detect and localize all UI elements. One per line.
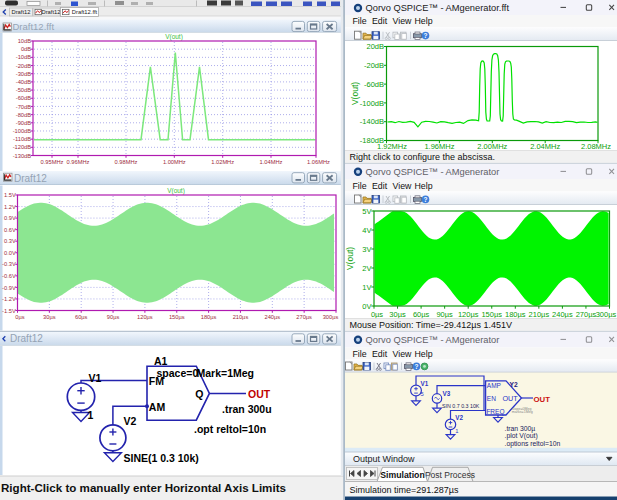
svg-text:Edit: Edit	[372, 16, 388, 26]
svg-text:150µs: 150µs	[169, 314, 185, 320]
svg-text:Edit: Edit	[372, 349, 388, 359]
svg-text:File: File	[353, 349, 367, 359]
svg-text:1.5V: 1.5V	[4, 192, 16, 198]
svg-text:View: View	[393, 181, 413, 191]
svg-text:V2: V2	[124, 415, 137, 427]
svg-text:-70dB: -70dB	[16, 104, 31, 110]
svg-text:-60dB: -60dB	[364, 80, 384, 89]
svg-text:OUT: OUT	[534, 395, 551, 404]
svg-text:20dB: 20dB	[366, 42, 384, 51]
svg-text:-140dB: -140dB	[360, 117, 384, 126]
svg-text:Right click to configure the a: Right click to configure the abscissa.	[350, 152, 496, 162]
svg-text:270µs: 270µs	[296, 314, 312, 320]
svg-text:View: View	[393, 16, 413, 26]
svg-text:Draft12: Draft12	[11, 9, 30, 15]
svg-text:-50dB: -50dB	[16, 87, 31, 93]
svg-text:10dB: 10dB	[18, 38, 31, 44]
svg-text:V3: V3	[443, 390, 451, 397]
svg-text:4V: 4V	[362, 226, 371, 235]
svg-text:Draft12: Draft12	[41, 9, 60, 15]
svg-text:-1.2V: -1.2V	[2, 296, 16, 302]
svg-text:-30dB: -30dB	[16, 71, 31, 77]
svg-text:-10dB: -10dB	[16, 54, 31, 60]
svg-text:Qorvo QSPICE™ - AMgenerator: Qorvo QSPICE™ - AMgenerator	[366, 167, 500, 177]
svg-text:-110dB: -110dB	[13, 136, 31, 142]
svg-text:5V: 5V	[362, 207, 371, 216]
svg-text:-120dB: -120dB	[13, 144, 32, 150]
svg-text:V(out): V(out)	[167, 187, 185, 195]
svg-text:0.95MHz: 0.95MHz	[41, 159, 64, 165]
svg-text:180µs: 180µs	[201, 314, 217, 320]
svg-text:0.6V: 0.6V	[4, 227, 16, 233]
svg-text:60µs: 60µs	[75, 314, 88, 320]
svg-text:0.98MHz: 0.98MHz	[115, 159, 138, 165]
svg-text:240µs: 240µs	[552, 310, 573, 319]
svg-text:Draft12: Draft12	[14, 173, 47, 184]
svg-text:1.00MHz: 1.00MHz	[163, 159, 186, 165]
svg-text:30µs: 30µs	[389, 310, 406, 319]
svg-text:Help: Help	[415, 349, 433, 359]
svg-text:.tran 300u: .tran 300u	[222, 403, 272, 415]
svg-text:.opt reltol=10n: .opt reltol=10n	[194, 423, 266, 435]
svg-text:0.9V: 0.9V	[4, 215, 16, 221]
svg-text:1: 1	[455, 428, 458, 434]
svg-text:?: ?	[424, 32, 428, 39]
svg-text:1: 1	[88, 409, 94, 421]
svg-text:View: View	[393, 349, 413, 359]
svg-text:60µs: 60µs	[413, 310, 430, 319]
svg-text:V1: V1	[89, 372, 102, 384]
svg-text:File: File	[353, 181, 367, 191]
svg-text:30µs: 30µs	[43, 314, 56, 320]
svg-text:0.96MHz: 0.96MHz	[67, 159, 90, 165]
svg-text:-0.3V: -0.3V	[2, 261, 16, 267]
svg-text:Post Process: Post Process	[425, 470, 475, 480]
svg-text:-130dB: -130dB	[13, 153, 32, 159]
svg-text:OUT: OUT	[248, 388, 271, 400]
svg-text:1.04MHz: 1.04MHz	[260, 159, 283, 165]
svg-text:-80dB: -80dB	[16, 112, 31, 118]
svg-text:2.08MHz: 2.08MHz	[581, 142, 611, 151]
svg-text:1V: 1V	[362, 283, 371, 292]
svg-text:300µs: 300µs	[323, 314, 339, 320]
svg-text:FREQ: FREQ	[486, 408, 504, 416]
svg-text:-20dB: -20dB	[364, 61, 384, 70]
svg-text:150µs: 150µs	[481, 310, 502, 319]
svg-text:SINE(1 0.3 10k): SINE(1 0.3 10k)	[124, 452, 199, 464]
svg-text:0µs: 0µs	[371, 310, 383, 319]
svg-text:?: ?	[424, 196, 428, 203]
svg-text:1.96MHz: 1.96MHz	[424, 142, 454, 151]
svg-text:300µs: 300µs	[596, 310, 617, 319]
svg-text:Qorvo QSPICE™ - AMgenerator.ff: Qorvo QSPICE™ - AMgenerator.fft	[366, 3, 510, 13]
svg-text:Help: Help	[415, 16, 433, 26]
svg-text:AMP: AMP	[487, 382, 501, 389]
svg-text:2.04MHz: 2.04MHz	[530, 142, 560, 151]
svg-text:120µs: 120µs	[137, 314, 153, 320]
svg-text:.options reltol=10n: .options reltol=10n	[505, 440, 561, 448]
svg-text:-100dB: -100dB	[13, 128, 32, 134]
svg-text:Mouse Position: Time=-29.412µs: Mouse Position: Time=-29.412µs 1.451V	[350, 320, 513, 330]
svg-text:180µs: 180µs	[505, 310, 526, 319]
svg-text:210µs: 210µs	[529, 310, 550, 319]
svg-text:1.2V: 1.2V	[4, 204, 16, 210]
svg-text:Right-Click to manually enter: Right-Click to manually enter Horizontal…	[1, 481, 286, 494]
svg-text:0.0V: 0.0V	[4, 250, 16, 256]
svg-text:210µs: 210µs	[233, 314, 249, 320]
svg-text:3V: 3V	[362, 245, 371, 254]
svg-text:-20dB: -20dB	[16, 63, 31, 69]
svg-text:2V: 2V	[362, 264, 371, 273]
svg-text:0µs: 0µs	[15, 314, 24, 320]
svg-text:90µs: 90µs	[107, 314, 120, 320]
svg-text:-1.5V: -1.5V	[2, 308, 16, 314]
svg-text:Help: Help	[415, 181, 433, 191]
svg-text:?: ?	[415, 363, 419, 370]
svg-text:V(out): V(out)	[350, 82, 360, 105]
svg-text:2.00MHz: 2.00MHz	[477, 142, 507, 151]
svg-text:Y2: Y2	[510, 381, 518, 388]
svg-text:Q: Q	[195, 388, 203, 400]
svg-text:V(out): V(out)	[165, 33, 183, 41]
svg-text:5: 5	[420, 391, 423, 397]
svg-text:File: File	[353, 16, 367, 26]
svg-text:0dB: 0dB	[21, 46, 31, 52]
svg-text:-60dB: -60dB	[16, 95, 31, 101]
svg-text:marks=1Meg: marks=1Meg	[512, 410, 533, 414]
